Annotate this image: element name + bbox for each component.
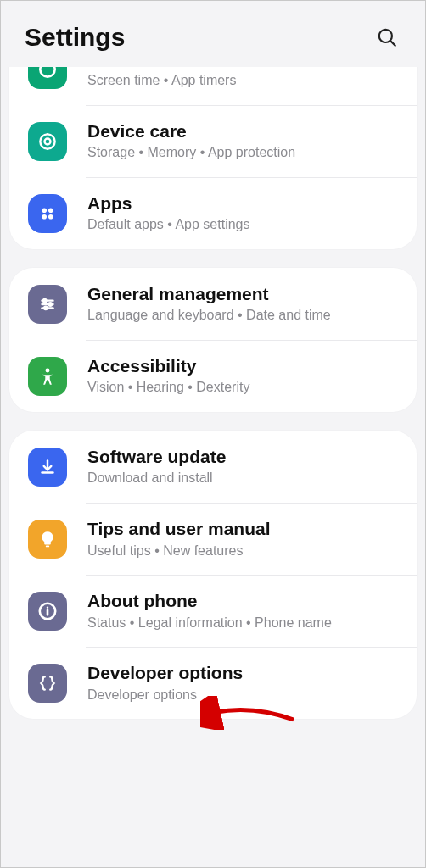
settings-item-about-phone[interactable]: About phone Status • Legal information •… [9,575,417,647]
item-subtitle: Default apps • App settings [87,216,400,234]
item-subtitle: Language and keyboard • Date and time [87,307,400,325]
settings-list: Controls Screen time • App timers Device… [1,67,425,857]
accessibility-icon [28,357,67,396]
settings-item-general-management[interactable]: General management Language and keyboard… [9,268,417,340]
settings-item-software-update[interactable]: Software update Download and install [9,431,417,503]
svg-line-1 [390,41,395,46]
digital-wellbeing-icon [28,67,67,89]
item-title: Tips and user manual [87,518,400,540]
settings-item-apps[interactable]: Apps Default apps • App settings [9,177,417,249]
bulb-icon [28,520,67,559]
header: Settings [1,1,425,67]
item-subtitle: Vision • Hearing • Dexterity [87,379,400,397]
item-texts: Accessibility Vision • Hearing • Dexteri… [87,355,400,397]
item-texts: Apps Default apps • App settings [87,192,400,234]
svg-point-2 [40,67,54,76]
settings-group: General management Language and keyboard… [9,268,417,412]
item-texts: About phone Status • Legal information •… [87,590,400,632]
settings-item-digital-wellbeing[interactable]: Controls Screen time • App timers [9,67,417,105]
item-title: Accessibility [87,355,400,377]
item-texts: Tips and user manual Useful tips • New f… [87,518,400,559]
device-care-icon [28,122,67,161]
item-texts: Device care Storage • Memory • App prote… [87,120,400,162]
svg-point-7 [42,214,47,220]
info-icon [28,592,67,631]
search-button[interactable] [373,23,401,52]
braces-icon [28,664,67,703]
item-title: Developer options [87,662,400,684]
svg-rect-16 [46,545,49,547]
item-title: Controls [87,67,400,70]
download-icon [28,448,67,487]
item-subtitle: Developer options [87,687,400,704]
item-title: Software update [87,446,400,468]
settings-item-device-care[interactable]: Device care Storage • Memory • App prote… [9,105,417,177]
item-texts: General management Language and keyboard… [87,283,400,325]
svg-point-15 [46,368,50,372]
item-texts: Developer options Developer options [87,662,400,704]
item-subtitle: Status • Legal information • Phone name [87,615,400,632]
item-title: Apps [87,192,400,214]
settings-group: Software update Download and install Tip… [9,431,417,719]
item-texts: Controls Screen time • App timers [87,67,400,90]
item-title: Device care [87,120,400,142]
sliders-icon [28,285,67,324]
settings-item-accessibility[interactable]: Accessibility Vision • Hearing • Dexteri… [9,340,417,412]
apps-icon [28,194,67,233]
item-title: About phone [87,590,400,612]
svg-point-3 [40,134,54,148]
item-subtitle: Screen time • App timers [87,72,400,90]
settings-group: Controls Screen time • App timers Device… [9,67,417,249]
svg-point-19 [47,606,48,608]
svg-point-13 [49,303,52,305]
item-subtitle: Download and install [87,470,400,487]
item-texts: Software update Download and install [87,446,400,487]
item-subtitle: Useful tips • New features [87,542,400,560]
item-title: General management [87,283,400,305]
svg-point-6 [48,208,53,213]
search-icon [376,26,398,48]
svg-point-4 [45,138,51,144]
svg-point-5 [42,208,47,213]
svg-point-14 [44,306,47,309]
settings-item-tips[interactable]: Tips and user manual Useful tips • New f… [9,503,417,575]
item-subtitle: Storage • Memory • App protection [87,144,400,162]
svg-point-12 [43,299,46,302]
svg-point-8 [48,214,53,220]
settings-item-developer-options[interactable]: Developer options Developer options [9,647,417,719]
page-title: Settings [25,23,125,52]
